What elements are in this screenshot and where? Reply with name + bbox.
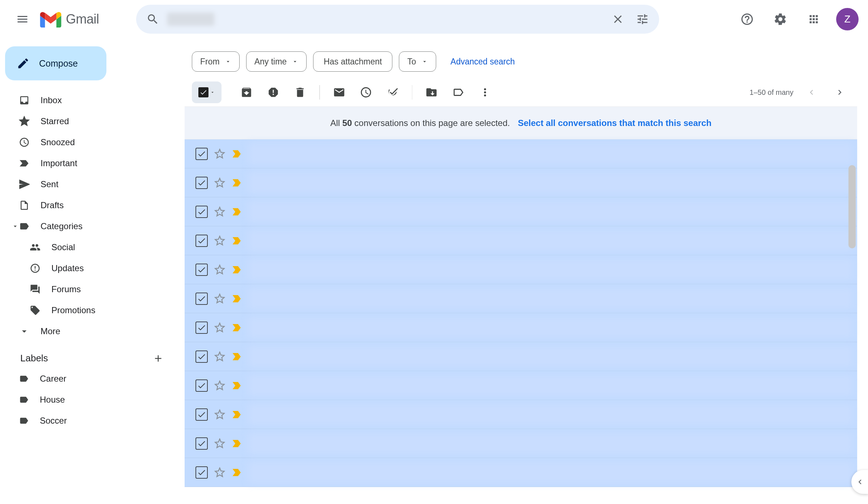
- chip-any-time[interactable]: Any time: [246, 51, 307, 72]
- nav-social[interactable]: Social: [5, 237, 174, 258]
- gmail-logo-wrap[interactable]: Gmail: [40, 11, 99, 28]
- row-importance-marker[interactable]: [232, 468, 243, 477]
- select-all-matching-link[interactable]: Select all conversations that match this…: [518, 118, 712, 128]
- row-importance-marker[interactable]: [232, 178, 243, 188]
- nav-updates[interactable]: Updates: [5, 258, 174, 279]
- mail-row[interactable]: [185, 197, 857, 226]
- row-checkbox[interactable]: [195, 322, 208, 334]
- report-spam-button[interactable]: [261, 81, 286, 103]
- scrollbar-thumb[interactable]: [848, 165, 856, 248]
- more-actions-button[interactable]: [472, 81, 498, 103]
- nav-promotions[interactable]: Promotions: [5, 300, 174, 321]
- google-apps-button[interactable]: [803, 8, 825, 30]
- archive-button[interactable]: [234, 81, 259, 103]
- row-star-button[interactable]: [214, 293, 226, 305]
- next-page-button[interactable]: [830, 82, 850, 102]
- row-content-redacted: [248, 230, 853, 252]
- row-importance-marker[interactable]: [232, 294, 243, 303]
- mail-row[interactable]: [185, 226, 857, 255]
- row-importance-marker[interactable]: [232, 410, 243, 419]
- row-star-button[interactable]: [214, 322, 226, 334]
- move-to-button[interactable]: [419, 81, 444, 103]
- add-to-tasks-button[interactable]: [380, 81, 405, 103]
- delete-button[interactable]: [287, 81, 313, 103]
- row-checkbox[interactable]: [195, 293, 208, 305]
- row-importance-marker[interactable]: [232, 265, 243, 274]
- compose-button[interactable]: Compose: [5, 46, 106, 80]
- nav-sent[interactable]: Sent: [5, 174, 174, 195]
- mail-row[interactable]: [185, 342, 857, 371]
- nav-inbox[interactable]: Inbox: [5, 90, 174, 111]
- mail-row[interactable]: [185, 284, 857, 313]
- row-star-button[interactable]: [214, 264, 226, 276]
- main-menu-button[interactable]: [9, 6, 35, 32]
- search-options-button[interactable]: [632, 9, 653, 29]
- support-button[interactable]: [736, 8, 758, 30]
- row-checkbox[interactable]: [195, 379, 208, 392]
- prev-page-button[interactable]: [801, 82, 822, 102]
- advanced-search-link[interactable]: Advanced search: [451, 57, 515, 67]
- row-importance-marker[interactable]: [232, 381, 243, 390]
- snooze-button[interactable]: [353, 81, 379, 103]
- add-label-button[interactable]: [153, 353, 164, 364]
- row-checkbox[interactable]: [195, 408, 208, 421]
- caret-down-icon: [292, 58, 298, 65]
- label-item-soccer[interactable]: Soccer: [5, 410, 174, 431]
- row-checkbox[interactable]: [195, 350, 208, 363]
- row-checkbox[interactable]: [195, 437, 208, 450]
- chip-has-attachment[interactable]: Has attachment: [313, 51, 392, 72]
- checkmark-icon: [197, 207, 206, 217]
- label-item-career[interactable]: Career: [5, 368, 174, 389]
- search-button[interactable]: [143, 9, 163, 29]
- row-star-button[interactable]: [214, 206, 226, 218]
- star-outline-icon: [19, 116, 30, 127]
- row-checkbox[interactable]: [195, 235, 208, 247]
- row-star-button[interactable]: [214, 148, 226, 160]
- row-importance-marker[interactable]: [232, 149, 243, 159]
- nav-more[interactable]: More: [5, 321, 174, 342]
- mail-row[interactable]: [185, 313, 857, 342]
- row-star-button[interactable]: [214, 350, 226, 363]
- row-importance-marker[interactable]: [232, 352, 243, 361]
- settings-button[interactable]: [770, 8, 791, 30]
- nav-important[interactable]: Important: [5, 153, 174, 174]
- mail-row[interactable]: [185, 168, 857, 197]
- row-star-button[interactable]: [214, 235, 226, 247]
- row-star-button[interactable]: [214, 437, 226, 450]
- nav-drafts[interactable]: Drafts: [5, 195, 174, 216]
- label-item-house[interactable]: House: [5, 389, 174, 410]
- row-checkbox[interactable]: [195, 466, 208, 479]
- row-checkbox[interactable]: [195, 206, 208, 218]
- row-star-button[interactable]: [214, 379, 226, 392]
- send-icon: [19, 179, 30, 190]
- mail-row[interactable]: [185, 139, 857, 168]
- nav-categories[interactable]: Categories: [5, 216, 174, 237]
- row-importance-marker[interactable]: [232, 236, 243, 245]
- nav-snoozed[interactable]: Snoozed: [5, 132, 174, 153]
- row-importance-marker[interactable]: [232, 207, 243, 217]
- account-avatar[interactable]: Z: [836, 8, 859, 30]
- row-checkbox[interactable]: [195, 177, 208, 189]
- chip-from[interactable]: From: [192, 51, 240, 72]
- mail-row[interactable]: [185, 255, 857, 284]
- checkmark-icon: [197, 178, 206, 188]
- row-star-button[interactable]: [214, 466, 226, 479]
- mail-row[interactable]: [185, 371, 857, 400]
- nav-starred[interactable]: Starred: [5, 111, 174, 132]
- mark-unread-button[interactable]: [326, 81, 352, 103]
- row-checkbox[interactable]: [195, 148, 208, 160]
- row-star-button[interactable]: [214, 177, 226, 189]
- row-star-button[interactable]: [214, 408, 226, 421]
- select-all-control[interactable]: [192, 81, 222, 103]
- row-checkbox[interactable]: [195, 264, 208, 276]
- labels-button[interactable]: [446, 81, 471, 103]
- mail-row[interactable]: [185, 429, 857, 458]
- row-importance-marker[interactable]: [232, 323, 243, 332]
- mail-row[interactable]: [185, 458, 857, 487]
- chip-to[interactable]: To: [399, 51, 436, 72]
- nav-forums[interactable]: Forums: [5, 279, 174, 300]
- clear-search-button[interactable]: [608, 9, 628, 29]
- mail-row[interactable]: [185, 400, 857, 429]
- search-icon: [146, 13, 159, 26]
- row-importance-marker[interactable]: [232, 439, 243, 448]
